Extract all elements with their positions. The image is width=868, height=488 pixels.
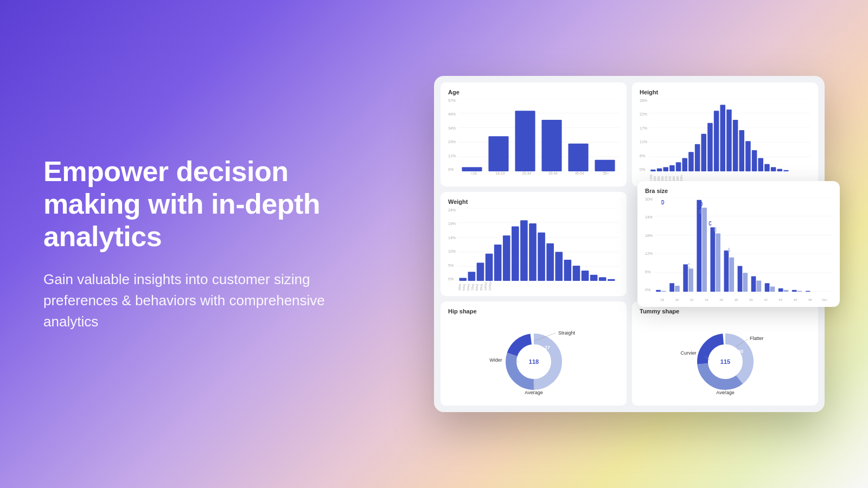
height-chart-card: Height 0% 6% 11% 17% 22% 28% <box>632 82 818 187</box>
svg-text:115: 115 <box>720 358 730 365</box>
svg-rect-7 <box>488 136 508 171</box>
svg-text:C: C <box>687 262 691 269</box>
svg-text:B: B <box>714 226 717 233</box>
svg-rect-81 <box>729 258 734 292</box>
svg-rect-80 <box>724 251 729 292</box>
svg-rect-56 <box>546 243 554 281</box>
dashboard: Age 0% 11% 23% 34% 46% 57% <box>434 76 825 412</box>
weight-chart-card: Weight 0% 5% 10% 14% 19% 24% <box>441 192 627 296</box>
left-panel: Empower decision making with in-depth an… <box>43 156 326 332</box>
svg-text:C: C <box>709 220 712 227</box>
svg-rect-26 <box>701 134 706 171</box>
svg-text:C: C <box>700 208 703 215</box>
weight-chart-title: Weight <box>448 198 619 205</box>
svg-rect-49 <box>486 254 493 281</box>
svg-rect-9 <box>541 120 561 171</box>
svg-rect-86 <box>765 283 770 292</box>
svg-rect-53 <box>520 220 528 281</box>
svg-text:D: D <box>661 198 665 206</box>
svg-rect-50 <box>494 245 502 281</box>
svg-rect-78 <box>710 227 715 292</box>
svg-rect-82 <box>738 266 743 292</box>
hip-shape-chart-title: Hip shape <box>448 308 619 314</box>
svg-rect-77 <box>702 208 707 292</box>
bra-size-chart-card: Bra size 0% 6% 12% 18% 24% 30% <box>637 181 840 307</box>
age-chart-title: Age <box>448 89 619 95</box>
svg-rect-79 <box>716 233 720 292</box>
svg-rect-24 <box>688 152 694 171</box>
svg-rect-62 <box>599 277 607 281</box>
svg-rect-72 <box>669 283 674 292</box>
svg-text:Curvier: Curvier <box>680 350 696 356</box>
svg-text:A: A <box>727 247 731 254</box>
svg-rect-28 <box>714 111 719 171</box>
svg-rect-8 <box>515 111 535 171</box>
svg-rect-59 <box>573 266 580 281</box>
svg-rect-11 <box>595 160 615 171</box>
svg-rect-84 <box>751 277 756 292</box>
svg-rect-75 <box>688 268 693 292</box>
svg-rect-30 <box>726 110 732 171</box>
tummy-shape-donut: 115 Flatter Curvier Average 40 <box>676 319 774 398</box>
svg-text:40: 40 <box>737 349 743 354</box>
svg-text:27: 27 <box>544 345 550 350</box>
svg-rect-33 <box>745 141 751 171</box>
svg-rect-6 <box>462 167 482 171</box>
svg-rect-21 <box>669 165 675 171</box>
svg-text:Flatter: Flatter <box>750 336 764 341</box>
svg-text:Straight: Straight <box>558 330 576 336</box>
svg-rect-54 <box>529 223 537 281</box>
svg-rect-51 <box>503 235 510 281</box>
svg-rect-47 <box>468 272 476 281</box>
svg-rect-22 <box>676 162 681 171</box>
svg-rect-83 <box>743 273 748 292</box>
bra-size-cell: Bra size 0% 6% 12% 18% 24% 30% <box>632 192 818 296</box>
svg-rect-52 <box>512 227 519 281</box>
hip-shape-chart-card: Hip shape 118 Straight Wider <box>441 301 627 406</box>
svg-text:D: D <box>700 200 703 207</box>
svg-rect-23 <box>682 158 687 171</box>
svg-rect-85 <box>756 280 761 292</box>
svg-rect-35 <box>758 158 763 171</box>
height-chart-title: Height <box>640 89 810 95</box>
svg-rect-73 <box>675 286 680 292</box>
svg-rect-87 <box>770 287 775 292</box>
svg-rect-36 <box>764 164 770 171</box>
bra-size-chart-title: Bra size <box>645 188 832 194</box>
svg-rect-31 <box>733 120 738 171</box>
age-chart-card: Age 0% 11% 23% 34% 46% 57% <box>441 82 627 187</box>
headline: Empower decision making with in-depth an… <box>43 156 326 253</box>
svg-rect-20 <box>663 167 668 171</box>
svg-text:Wider: Wider <box>489 357 502 363</box>
svg-rect-57 <box>555 252 563 281</box>
svg-rect-25 <box>695 144 700 171</box>
svg-rect-10 <box>568 144 588 171</box>
svg-rect-48 <box>477 263 484 281</box>
svg-rect-34 <box>752 150 757 171</box>
hip-shape-donut: 118 Straight Wider Average 27 <box>485 319 583 398</box>
svg-rect-37 <box>771 167 776 171</box>
svg-text:118: 118 <box>528 358 538 365</box>
svg-rect-61 <box>590 275 598 281</box>
svg-rect-29 <box>720 105 725 171</box>
tummy-shape-chart-card: Tummy shape 115 Flatter Curvier Average … <box>632 301 818 406</box>
subtext: Gain valuable insights into customer siz… <box>43 269 326 332</box>
svg-rect-27 <box>707 123 713 171</box>
svg-rect-58 <box>564 260 572 281</box>
svg-rect-32 <box>739 130 744 171</box>
svg-rect-60 <box>582 271 589 281</box>
tummy-shape-chart-title: Tummy shape <box>640 308 810 314</box>
svg-rect-55 <box>538 233 545 281</box>
